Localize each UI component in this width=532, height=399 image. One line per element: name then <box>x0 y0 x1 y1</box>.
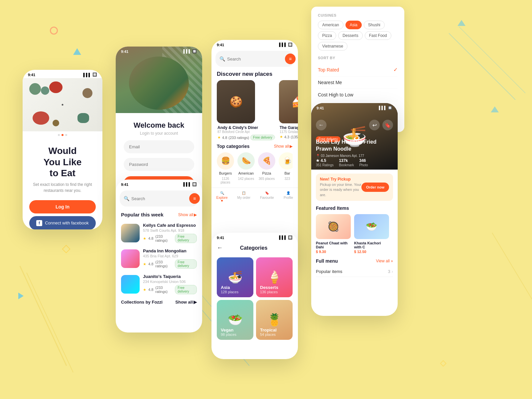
facebook-login-button[interactable]: f Connect with facebook <box>29 216 96 229</box>
search-bar-4[interactable]: 🔍 ≡ <box>215 51 294 67</box>
sort-label: SORT BY <box>318 56 398 60</box>
place-name-1: Andy & Cindy's Diner <box>217 125 276 130</box>
sort-top-rated[interactable]: Top Rated ✓ <box>318 63 398 76</box>
featured-section: Featured Items 🥘 Peanut Chaat with Dahi … <box>316 205 393 254</box>
food-hero-image <box>23 78 102 131</box>
chip-fastfood[interactable]: Fast Food <box>365 31 391 40</box>
nav-explore[interactable]: 🔍 Explore <box>216 191 228 201</box>
category-desserts[interactable]: 🍦 Desserts 136 places <box>256 257 293 297</box>
table-row[interactable]: Panda Inn Mongolian 435 Bria Flat Apt. 6… <box>116 246 202 271</box>
cat-label-pizza: Pizza <box>262 171 271 175</box>
login-button[interactable]: Log In <box>29 200 96 213</box>
location-icon: 📍 <box>316 154 320 158</box>
category-burgers[interactable]: 🍔 Burgers 1126 places <box>217 152 234 184</box>
category-vegan[interactable]: 🥗 Vegan 98 places <box>217 300 253 340</box>
back-btn-detail[interactable]: ← <box>316 120 327 130</box>
delivery-badge-3: Free delivery <box>175 285 197 294</box>
categories-icons: 🍔 Burgers 1126 places 🌭 American 142 pla… <box>217 152 293 184</box>
category-asia[interactable]: 🍜 Asia 128 places <box>217 257 253 297</box>
featured-item-2[interactable]: 🥗 Khasta Kachori with C $ 12.50 <box>354 214 389 254</box>
cat-count-pizza: 365 places <box>259 177 275 181</box>
search-input-3[interactable] <box>131 196 187 201</box>
stat-photos: 346 Photo <box>359 158 368 167</box>
nav-my-order[interactable]: 📋 My order <box>237 191 250 201</box>
popular-title: Popular this week <box>121 212 164 217</box>
sort-cost-high-low[interactable]: Cost High to Low <box>318 89 398 101</box>
chip-asia[interactable]: Asia <box>345 21 362 29</box>
featured-image-2: 🥗 <box>354 214 389 239</box>
share-icon[interactable]: ↩ <box>369 120 380 130</box>
show-all-cats[interactable]: Show all ▶ <box>274 144 293 149</box>
burgers-icon: 🍔 <box>217 152 234 170</box>
login-title: Welcome back <box>124 121 194 130</box>
place-addr-1: 87 Botsford Circle Apt <box>217 130 276 134</box>
back-button[interactable]: ← <box>217 244 223 251</box>
filter-button-3[interactable]: ≡ <box>189 193 200 204</box>
cat-card-label-tropical: Tropical 54 places <box>260 328 277 336</box>
featured-name-1: Peanut Chaat with Dahi <box>316 241 351 249</box>
chip-american[interactable]: American <box>318 21 343 29</box>
place-card-2[interactable]: 🍰 The Garage Bar & 1175 Grislason Shore … <box>279 80 298 140</box>
pickup-banner: New! Try Pickup Pickup on your time. You… <box>316 174 393 201</box>
cuisine-chips: American Asia Shushi Pizza Desserts Fast… <box>318 21 398 51</box>
filter-button-4[interactable]: ≡ <box>285 54 296 64</box>
nav-favourite[interactable]: 🔖 Favourite <box>260 191 274 201</box>
star-place-1: ★ <box>217 135 221 140</box>
category-bar[interactable]: 🍺 Bar 323 <box>279 152 293 184</box>
facebook-icon: f <box>36 220 42 226</box>
chip-pizza[interactable]: Pizza <box>318 31 336 40</box>
restaurant-name-1: Kellys Cafe and Espresso <box>143 223 197 228</box>
hero-line1: Would <box>48 146 76 156</box>
featured-name-2: Khasta Kachori with C <box>354 241 389 249</box>
table-row[interactable]: Juanito's Taqueria 234 Konopelski Union … <box>116 271 202 297</box>
restaurant-addr-2: 435 Bria Flat Apt. 629 <box>143 254 197 258</box>
svg-line-6 <box>492 233 532 299</box>
menu-item-label: Popular items <box>316 269 342 274</box>
top-cats-header: Top categories Show all ▶ <box>217 144 293 149</box>
featured-item-1[interactable]: 🥘 Peanut Chaat with Dahi $ 9.30 <box>316 214 351 254</box>
chip-desserts[interactable]: Desserts <box>338 31 362 40</box>
sort-nearest-me[interactable]: Nearest Me <box>318 76 398 89</box>
cat-count-bar: 323 <box>285 177 290 181</box>
status-bar-3: 9:41 ▌▌▌ 🔲 <box>116 180 202 188</box>
show-all-collections[interactable]: Show all ▶ <box>175 300 197 305</box>
restaurant-image-3 <box>121 275 140 294</box>
explore-icon: 🔍 <box>220 191 224 195</box>
restaurant-stats: ★ 4.5 351 Ratings 137k Bookmark 346 Phot… <box>316 158 393 167</box>
bookmark-icon[interactable]: 🔖 <box>382 120 393 130</box>
nav-profile[interactable]: 👤 Profile <box>284 191 293 201</box>
chip-vietnamese[interactable]: Vietnamese <box>318 42 347 51</box>
view-all-link[interactable]: View all » <box>376 259 393 263</box>
place-addr-2: 1175 Grislason Shore Apt. <box>279 130 298 134</box>
places-row: 🍪 Andy & Cindy's Diner 87 Botsford Circl… <box>211 80 298 140</box>
restaurant-addr-3: 234 Konopelski Union 506 <box>143 280 197 284</box>
detail-right-icons: ↩ 🔖 <box>369 120 393 130</box>
star-icon-3: ★ <box>143 288 146 292</box>
search-bar-3[interactable]: 🔍 ≡ <box>120 191 198 206</box>
category-pizza[interactable]: 🍕 Pizza 365 places <box>258 152 275 184</box>
pizza-icon: 🍕 <box>258 152 275 170</box>
delivery-badge-2: Free delivery <box>175 259 197 269</box>
delivery-badge-1: Free delivery <box>175 234 197 243</box>
featured-title: Featured Items <box>316 205 393 211</box>
category-tropical[interactable]: 🍍 Tropical 54 places <box>256 300 293 340</box>
bar-icon: 🍺 <box>279 152 293 170</box>
email-input[interactable] <box>124 140 194 153</box>
show-all-popular[interactable]: Show all ▶ <box>178 212 197 217</box>
american-icon: 🌭 <box>237 152 255 170</box>
chip-shushi[interactable]: Shushi <box>364 21 385 29</box>
order-now-button[interactable]: Order now <box>361 183 389 192</box>
favourite-icon: 🔖 <box>265 191 269 195</box>
collections-row[interactable]: Collections by Fozzi Show all ▶ <box>116 297 202 307</box>
table-row[interactable]: Kellys Cafe and Espresso 578 Swift Court… <box>116 220 202 246</box>
status-bar-2: 9:41 ▌▌▌ 🔲 <box>116 47 202 55</box>
password-input[interactable] <box>124 158 194 171</box>
cat-label-american: American <box>238 171 254 175</box>
place-card-1[interactable]: 🍪 Andy & Cindy's Diner 87 Botsford Circl… <box>217 80 276 140</box>
menu-item-popular[interactable]: Popular items 3 › <box>316 266 393 277</box>
category-american[interactable]: 🌭 American 142 places <box>237 152 255 184</box>
place-meta-2: ★ 4.3 (135 ratings) <box>279 135 298 139</box>
restaurant-meta-2: ★ 4.8 (233 ratings) Free delivery <box>143 259 197 269</box>
search-input-4[interactable] <box>227 57 283 62</box>
restaurant-info-1: Kellys Cafe and Espresso 578 Swift Court… <box>143 223 197 243</box>
